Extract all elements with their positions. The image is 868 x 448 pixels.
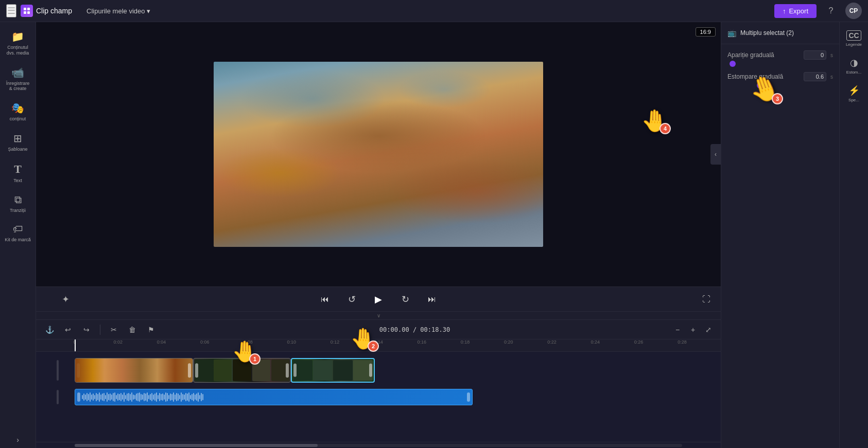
topbar-nav[interactable]: Clipurile mele video ▾ xyxy=(86,7,150,15)
magnet-button[interactable]: ⚓ xyxy=(42,322,57,337)
fade-in-slider-thumb[interactable] xyxy=(730,61,736,67)
clip-2-handle-left[interactable] xyxy=(195,363,198,378)
zoom-out-button[interactable]: − xyxy=(671,324,684,336)
left-sidebar: 📁 Conținutul dvs. media 📹 Înregistrare &… xyxy=(0,22,36,448)
rewind-button[interactable]: ↺ xyxy=(343,291,360,308)
user-avatar[interactable]: CP xyxy=(845,3,862,19)
zoom-fit-button[interactable]: ⤢ xyxy=(702,324,715,336)
text-icon: T xyxy=(14,163,22,176)
sidebar-item-label: Înregistrare & create xyxy=(5,81,31,92)
sidebar-item-label: Kit de marcă xyxy=(5,237,31,243)
aspect-ratio-badge: 16:9 xyxy=(696,27,716,37)
sidebar-item-label: Șabloane xyxy=(8,147,27,152)
topbar: ☰ Clip champ Clipurile mele video ▾ ↑ Ex… xyxy=(0,0,868,22)
export-button[interactable]: ↑ Export xyxy=(774,4,817,18)
delete-button[interactable]: 🗑 xyxy=(125,322,140,337)
sidebar-item-record[interactable]: 📹 Înregistrare & create xyxy=(3,62,33,96)
scrollbar-track[interactable] xyxy=(75,444,682,447)
ruler-mark: 0:14 xyxy=(374,339,383,345)
play-button[interactable]: ▶ xyxy=(370,291,387,308)
menu-button[interactable]: ☰ xyxy=(6,4,16,17)
collapse-right-button[interactable]: ‹ xyxy=(710,144,721,165)
panel-actions: Apariție graduală s Estompare graduală s xyxy=(721,44,839,92)
transitions-icon: ⧉ xyxy=(14,194,22,206)
clip-2-handle-right[interactable] xyxy=(286,363,289,378)
redo-button[interactable]: ↪ xyxy=(79,322,94,337)
scrollbar-thumb[interactable] xyxy=(75,444,318,447)
sidebar-item-content[interactable]: 🎭 conținut xyxy=(3,98,33,126)
fade-out-unit: s xyxy=(830,74,833,80)
fullscreen-button[interactable]: ⛶ xyxy=(702,295,710,304)
fade-out-section: Estompare graduală s xyxy=(727,72,833,85)
app-title: Clip champ xyxy=(36,7,72,15)
skip-forward-button[interactable]: ⏭ xyxy=(424,291,440,308)
captions-icon-item[interactable]: CC Legende xyxy=(841,26,867,51)
video-clips-container[interactable] xyxy=(75,358,717,383)
zoom-in-button[interactable]: + xyxy=(687,324,699,336)
right-panel: 📺 Multiplu selectat (2) Apariție gradual… xyxy=(721,22,839,448)
panel-icon: 📺 xyxy=(727,29,736,37)
fade-out-label: Estompare graduală xyxy=(727,73,783,80)
fade-in-label: Apariție graduală xyxy=(727,51,774,59)
ruler-mark: 0:26 xyxy=(634,339,644,345)
video-content xyxy=(214,62,543,247)
forward-button[interactable]: ↻ xyxy=(397,291,413,308)
collapse-timeline-button[interactable]: ∨ xyxy=(36,311,721,319)
clip-1-handle-right[interactable] xyxy=(188,363,191,378)
fade-in-label-row: Apariție graduală s xyxy=(727,50,833,60)
sidebar-item-brand[interactable]: 🏷 Kit de marcă xyxy=(3,219,33,247)
sidebar-item-templates[interactable]: ⊞ Șabloane xyxy=(3,128,33,156)
undo-button[interactable]: ↩ xyxy=(61,322,75,337)
audio-clips-container[interactable] xyxy=(75,389,717,405)
svg-rect-0 xyxy=(24,8,26,10)
sidebar-item-media[interactable]: 📁 Conținutul dvs. media xyxy=(3,26,33,60)
timeline-ruler: 0 0:02 0:04 0:06 0:08 0:10 0:12 0:14 0:1… xyxy=(36,339,721,352)
app-logo: Clip champ xyxy=(21,5,72,17)
help-button[interactable]: ? xyxy=(823,3,839,19)
track-handle-bar xyxy=(57,360,59,381)
brand-icon: 🏷 xyxy=(13,223,23,235)
sidebar-item-transitions[interactable]: ⧉ Tranziții xyxy=(3,190,33,218)
clip-3-handle-left[interactable] xyxy=(293,364,297,377)
ruler-mark: 0:02 xyxy=(113,339,123,345)
fade-icon-item[interactable]: ◑ Estom... xyxy=(841,53,867,79)
ruler-mark: 0:10 xyxy=(287,339,297,345)
captions-label: Legende xyxy=(846,42,862,47)
sidebar-expand-button[interactable]: › xyxy=(16,436,19,444)
ruler-mark: 0:18 xyxy=(461,339,470,345)
timeline-tracks[interactable] xyxy=(36,352,721,442)
right-panel-header: 📺 Multiplu selectat (2) xyxy=(721,22,839,44)
ruler-mark: 0:28 xyxy=(678,339,687,345)
clip-3-handle-right[interactable] xyxy=(369,364,372,377)
skip-back-button[interactable]: ⏮ xyxy=(317,291,333,308)
timeline-zoom: − + ⤢ xyxy=(671,324,715,336)
playhead xyxy=(75,339,76,352)
sidebar-item-label: Text xyxy=(13,178,22,184)
cut-button[interactable]: ✂ xyxy=(107,322,121,337)
flag-button[interactable]: ⚑ xyxy=(144,322,158,337)
timeline-time-display: 00:00.00 / 00:18.30 xyxy=(162,326,667,333)
panel-title: Multiplu selectat (2) xyxy=(740,29,794,37)
speed-icon-item[interactable]: ⚡ Spe... xyxy=(841,81,867,106)
timeline-scrollbar[interactable] xyxy=(36,442,721,448)
nav-link[interactable]: Clipurile mele video ▾ xyxy=(86,7,150,15)
app-logo-icon xyxy=(21,5,33,17)
video-clip-2[interactable] xyxy=(193,358,291,383)
ruler-mark: 0:16 xyxy=(417,339,426,345)
audio-clip-main[interactable] xyxy=(75,389,473,405)
fade-out-slider-thumb[interactable] xyxy=(757,82,763,88)
magic-wand-button[interactable]: ✦ xyxy=(62,294,70,305)
video-clip-3[interactable] xyxy=(291,358,375,383)
fade-out-input[interactable] xyxy=(804,72,826,81)
audio-clip-handle-right[interactable] xyxy=(467,392,470,402)
sidebar-item-text[interactable]: T Text xyxy=(3,158,33,188)
audio-clip-handle-left[interactable] xyxy=(77,392,80,402)
media-icon: 📁 xyxy=(11,30,24,43)
topbar-left: ☰ Clip champ Clipurile mele video ▾ xyxy=(6,4,150,17)
video-frame xyxy=(214,62,543,247)
fade-in-input[interactable] xyxy=(804,50,826,60)
video-clip-1[interactable] xyxy=(75,358,193,383)
record-icon: 📹 xyxy=(11,66,24,79)
right-icons-panel: CC Legende ◑ Estom... ⚡ Spe... xyxy=(839,22,868,448)
track-handle-audio xyxy=(40,390,75,404)
